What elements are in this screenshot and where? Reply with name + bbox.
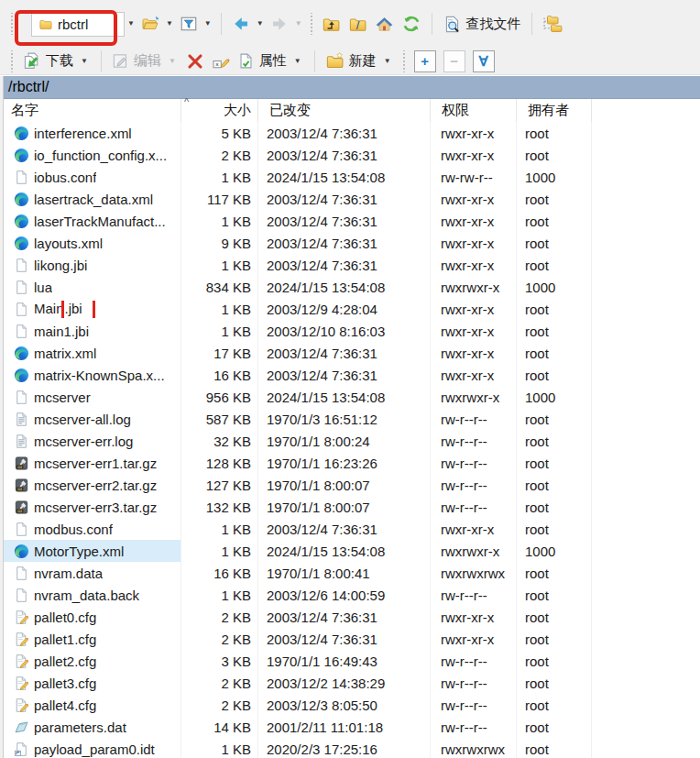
file-rights-cell[interactable]: rwxrwxr-x: [431, 276, 517, 298]
filter-button[interactable]: [176, 12, 202, 36]
file-owner-cell[interactable]: root: [517, 342, 592, 364]
file-rights-cell[interactable]: rwxr-xr-x: [431, 364, 517, 386]
file-owner-cell[interactable]: root: [517, 430, 592, 452]
file-changed-cell[interactable]: 1970/1/1 8:00:07: [258, 496, 431, 518]
file-size-cell[interactable]: 2 KB: [181, 694, 258, 716]
file-changed-cell[interactable]: 1970/1/1 8:00:41: [258, 562, 431, 584]
open-directory-caret[interactable]: ▼: [163, 20, 176, 27]
file-rights-cell[interactable]: rw-r--r--: [431, 584, 517, 606]
file-owner-cell[interactable]: root: [517, 254, 592, 276]
file-name-cell[interactable]: pallet3.cfg: [0, 672, 181, 694]
table-row[interactable]: layouts.xml9 KB2003/12/4 7:36:31rwxr-xr-…: [0, 232, 700, 254]
table-row[interactable]: matrix-KnownSpa.x...16 KB2003/12/4 7:36:…: [0, 364, 700, 386]
file-size-cell[interactable]: 5 KB: [181, 122, 258, 144]
table-row[interactable]: Main.jbi1 KB2003/12/9 4:28:04rwxr-xr-xro…: [0, 298, 700, 320]
table-row[interactable]: io_function_config.x...2 KB2003/12/4 7:3…: [0, 144, 700, 166]
file-size-cell[interactable]: 32 KB: [181, 430, 258, 452]
file-rights-cell[interactable]: rw-rw-r--: [431, 166, 517, 188]
file-rights-cell[interactable]: rwxr-xr-x: [431, 628, 517, 650]
file-name-cell[interactable]: modbus.conf: [0, 518, 181, 540]
file-size-cell[interactable]: 1 KB: [181, 518, 258, 540]
toolbar-grip[interactable]: [10, 50, 14, 72]
table-row[interactable]: interference.xml5 KB2003/12/4 7:36:31rwx…: [0, 122, 700, 144]
file-rights-cell[interactable]: rw-r--r--: [431, 672, 517, 694]
file-changed-cell[interactable]: 2003/12/4 7:36:31: [258, 518, 431, 540]
file-name-cell[interactable]: layouts.xml: [0, 232, 181, 254]
table-row[interactable]: lasertrack_data.xml117 KB2003/12/4 7:36:…: [0, 188, 700, 210]
refresh-button[interactable]: [398, 11, 425, 37]
table-row[interactable]: mcserver-all.log587 KB1970/1/3 16:51:12r…: [0, 408, 700, 430]
file-changed-cell[interactable]: 2024/1/15 13:54:08: [258, 540, 431, 562]
file-rights-cell[interactable]: rwxr-xr-x: [431, 518, 517, 540]
file-size-cell[interactable]: 127 KB: [181, 474, 258, 496]
table-row[interactable]: nvram.data16 KB1970/1/1 8:00:41rwxrwxrwx…: [0, 562, 700, 584]
column-header-size[interactable]: 大小: [181, 99, 258, 122]
file-size-cell[interactable]: 2 KB: [181, 606, 258, 628]
toolbar-grip[interactable]: [402, 50, 406, 72]
file-changed-cell[interactable]: 1970/1/1 8:00:24: [258, 430, 431, 452]
file-changed-cell[interactable]: 1970/1/1 16:49:43: [258, 650, 431, 672]
file-name-cell[interactable]: GZmcserver-err2.tar.gz: [0, 474, 181, 496]
file-size-cell[interactable]: 587 KB: [181, 408, 258, 430]
file-changed-cell[interactable]: 2003/12/4 7:36:31: [258, 606, 431, 628]
edit-button[interactable]: 编辑 ▼: [108, 49, 182, 72]
file-name-cell[interactable]: matrix.xml: [0, 342, 181, 364]
filter-caret[interactable]: ▼: [202, 20, 214, 27]
file-owner-cell[interactable]: 1000: [517, 540, 592, 562]
file-changed-cell[interactable]: 2003/12/4 7:36:31: [258, 210, 431, 232]
file-name-cell[interactable]: main1.jbi: [0, 320, 181, 342]
file-rights-cell[interactable]: rwxr-xr-x: [431, 188, 517, 210]
file-name-cell[interactable]: likong.jbi: [0, 254, 181, 276]
file-rights-cell[interactable]: rwxrwxr-x: [431, 386, 517, 408]
file-changed-cell[interactable]: 1970/1/1 16:23:26: [258, 452, 431, 474]
file-owner-cell[interactable]: root: [517, 210, 592, 232]
file-changed-cell[interactable]: 2003/12/4 7:36:31: [258, 122, 431, 144]
file-rights-cell[interactable]: rw-r--r--: [431, 716, 517, 738]
file-owner-cell[interactable]: root: [517, 364, 592, 386]
file-owner-cell[interactable]: root: [517, 694, 592, 716]
file-owner-cell[interactable]: 1000: [517, 276, 592, 298]
address-dropdown-caret[interactable]: ▼: [125, 20, 137, 27]
file-changed-cell[interactable]: 2003/12/3 8:05:50: [258, 694, 431, 716]
file-size-cell[interactable]: 1 KB: [181, 738, 258, 758]
table-row[interactable]: iobus.conf1 KB2024/1/15 13:54:08rw-rw-r-…: [0, 166, 700, 188]
file-changed-cell[interactable]: 2024/1/15 13:54:08: [258, 386, 431, 408]
file-changed-cell[interactable]: 2003/12/4 7:36:31: [258, 232, 431, 254]
file-owner-cell[interactable]: root: [517, 408, 592, 430]
file-size-cell[interactable]: 132 KB: [181, 496, 258, 518]
file-rights-cell[interactable]: rwxr-xr-x: [431, 122, 517, 144]
file-name-cell[interactable]: GZmcserver-err3.tar.gz: [0, 496, 181, 518]
file-owner-cell[interactable]: root: [517, 738, 592, 758]
file-owner-cell[interactable]: root: [517, 650, 592, 672]
file-name-cell[interactable]: pallet1.cfg: [0, 628, 181, 650]
file-name-cell[interactable]: mcserver-all.log: [0, 408, 181, 430]
forward-button[interactable]: [267, 12, 292, 36]
file-owner-cell[interactable]: root: [517, 672, 592, 694]
file-owner-cell[interactable]: root: [517, 188, 592, 210]
rename-button[interactable]: x: [208, 49, 234, 73]
file-size-cell[interactable]: 14 KB: [181, 716, 258, 738]
file-name-cell[interactable]: mcserver: [0, 386, 181, 408]
back-button[interactable]: [228, 12, 254, 36]
file-changed-cell[interactable]: 2003/12/4 7:36:31: [258, 364, 431, 386]
table-row[interactable]: GZmcserver-err1.tar.gz128 KB1970/1/1 16:…: [0, 452, 700, 474]
download-button[interactable]: 下载 ▼: [18, 49, 94, 73]
file-owner-cell[interactable]: root: [517, 474, 592, 496]
file-owner-cell[interactable]: root: [517, 496, 592, 518]
file-name-cell[interactable]: mcserver-err.log: [0, 430, 181, 452]
file-name-cell[interactable]: nvram.data: [0, 562, 181, 584]
file-owner-cell[interactable]: root: [517, 452, 592, 474]
remove-button[interactable]: −: [443, 50, 465, 72]
file-size-cell[interactable]: 9 KB: [181, 232, 258, 254]
back-caret[interactable]: ▼: [254, 20, 267, 27]
new-button[interactable]: 新建 ▼: [322, 49, 398, 73]
table-row[interactable]: matrix.xml17 KB2003/12/4 7:36:31rwxr-xr-…: [0, 342, 700, 364]
file-owner-cell[interactable]: root: [517, 584, 592, 606]
file-rights-cell[interactable]: rw-r--r--: [431, 408, 517, 430]
file-owner-cell[interactable]: root: [517, 232, 592, 254]
file-rights-cell[interactable]: rw-r--r--: [431, 650, 517, 672]
toolbar-grip[interactable]: [10, 13, 14, 35]
table-row[interactable]: pallet1.cfg2 KB2003/12/4 7:36:31rwxr-xr-…: [0, 628, 700, 650]
file-changed-cell[interactable]: 1970/1/1 8:00:07: [258, 474, 431, 496]
file-changed-cell[interactable]: 2024/1/15 13:54:08: [258, 166, 431, 188]
